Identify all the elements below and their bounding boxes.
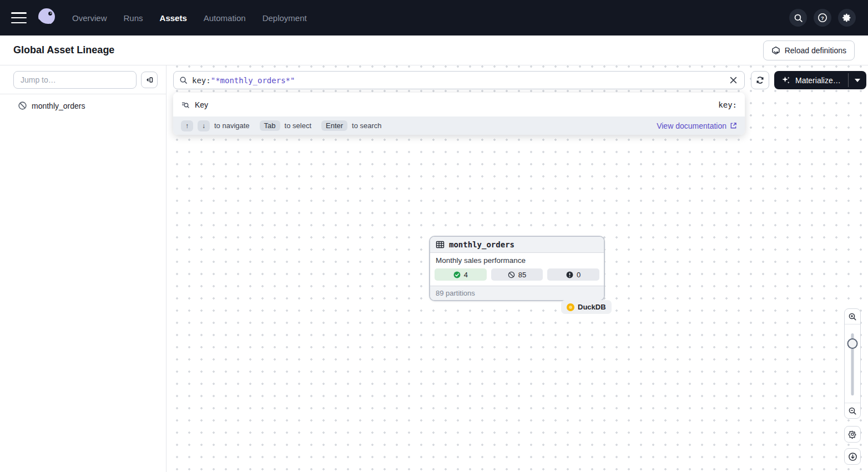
- page-header: Global Asset Lineage Reload definitions: [0, 35, 868, 65]
- asset-node-title: monthly_orders: [449, 240, 514, 249]
- zoom-out-button[interactable]: [845, 403, 860, 418]
- jump-to-input[interactable]: [13, 71, 137, 89]
- partition-health-badges: 4 85 0: [430, 267, 604, 286]
- help-icon: ?: [817, 13, 827, 23]
- external-link-icon: [730, 122, 737, 129]
- nav-item-overview[interactable]: Overview: [72, 13, 107, 23]
- navigate-hint: to navigate: [214, 121, 250, 130]
- graph-settings-button[interactable]: [844, 426, 861, 443]
- gear-icon: [842, 13, 852, 23]
- close-icon: [730, 77, 737, 84]
- search-hint: to search: [352, 121, 381, 130]
- failed-count-badge[interactable]: 0: [547, 268, 599, 281]
- view-documentation-link[interactable]: View documentation: [657, 121, 737, 130]
- sparkle-icon: [781, 75, 791, 85]
- asset-node-monthly-orders[interactable]: monthly_orders Monthly sales performance…: [429, 236, 605, 301]
- nav-item-deployment[interactable]: Deployment: [263, 13, 307, 23]
- nav-item-automation[interactable]: Automation: [204, 13, 246, 23]
- materialize-split-button: Materialize…: [774, 71, 866, 89]
- nav-item-runs[interactable]: Runs: [124, 13, 143, 23]
- asset-search: key:"*monthly_orders*" Key key: ↑ ↓ to n…: [173, 71, 745, 135]
- suggestion-label: Key: [195, 100, 208, 109]
- search-icon: [794, 13, 803, 23]
- search-icon: [179, 76, 188, 84]
- search-button[interactable]: [789, 9, 807, 27]
- reload-icon: [771, 46, 780, 55]
- svg-text:?: ?: [821, 15, 824, 21]
- zoom-in-icon: [848, 312, 857, 321]
- slash-circle-icon: [508, 271, 515, 278]
- collapse-panel-icon: [145, 75, 154, 84]
- sidebar-asset-label: monthly_orders: [32, 101, 85, 110]
- clear-search-button[interactable]: [726, 74, 740, 87]
- collapse-panel-button[interactable]: [141, 72, 158, 88]
- dagster-logo[interactable]: [36, 7, 58, 29]
- help-button[interactable]: ?: [814, 9, 831, 27]
- filter-search-icon: [181, 100, 190, 109]
- arrow-up-key: ↑: [181, 120, 193, 131]
- zoom-slider[interactable]: [845, 324, 860, 403]
- duckdb-label: DuckDB: [578, 303, 606, 311]
- refresh-graph-button[interactable]: [751, 71, 769, 89]
- materialize-button[interactable]: Materialize…: [774, 71, 848, 89]
- lineage-canvas[interactable]: key:"*monthly_orders*" Key key: ↑ ↓ to n…: [166, 65, 868, 472]
- select-hint: to select: [285, 121, 311, 130]
- compute-kind-tag-duckdb[interactable]: DuckDB: [561, 300, 612, 314]
- asset-node-footer: 89 partitions: [430, 286, 604, 300]
- enter-key: Enter: [321, 120, 347, 131]
- asset-search-input[interactable]: key:"*monthly_orders*": [173, 71, 745, 89]
- nav-item-assets[interactable]: Assets: [160, 13, 187, 23]
- table-icon: [436, 240, 445, 249]
- asset-node-header: monthly_orders: [430, 237, 604, 253]
- zoom-control-group: [844, 308, 861, 419]
- sidebar-item-monthly-orders[interactable]: monthly_orders: [0, 94, 166, 110]
- hamburger-menu-icon[interactable]: [11, 12, 27, 23]
- materialize-dropdown-button[interactable]: [849, 71, 866, 89]
- reload-definitions-button[interactable]: Reload definitions: [763, 40, 855, 60]
- search-hint-bar: ↑ ↓ to navigate Tab to select Enter to s…: [173, 116, 745, 135]
- zoom-in-button[interactable]: [845, 309, 860, 324]
- search-suggestions-panel: Key key: ↑ ↓ to navigate Tab to select E…: [173, 93, 745, 135]
- alert-circle-icon: [566, 271, 573, 278]
- duckdb-icon: [567, 303, 574, 311]
- chevron-down-icon: [855, 79, 860, 82]
- tab-key: Tab: [260, 120, 280, 131]
- page-title: Global Asset Lineage: [13, 44, 114, 56]
- gear-icon: [848, 430, 857, 439]
- materialized-count-badge[interactable]: 4: [435, 268, 487, 281]
- sync-icon: [755, 75, 765, 85]
- reload-definitions-label: Reload definitions: [785, 46, 846, 55]
- check-circle-icon: [453, 271, 461, 278]
- main-navigation: Overview Runs Assets Automation Deployme…: [72, 13, 307, 23]
- recenter-view-button[interactable]: [844, 448, 861, 465]
- lineage-sidebar: monthly_orders: [0, 65, 166, 472]
- top-nav-bar: Overview Runs Assets Automation Deployme…: [0, 0, 868, 35]
- zoom-slider-handle[interactable]: [847, 338, 858, 349]
- zoom-out-icon: [848, 407, 857, 415]
- suggestion-key[interactable]: Key key:: [173, 93, 745, 116]
- missing-count-badge[interactable]: 85: [491, 268, 543, 281]
- recenter-icon: [848, 452, 857, 461]
- settings-button[interactable]: [838, 9, 856, 27]
- asset-node-description: Monthly sales performance: [430, 253, 604, 267]
- arrow-down-key: ↓: [198, 120, 210, 131]
- materialize-label: Materialize…: [795, 76, 841, 85]
- search-query-text: key:"*monthly_orders*": [192, 76, 722, 85]
- slash-circle-icon: [18, 101, 27, 110]
- suggestion-code: key:: [718, 100, 737, 109]
